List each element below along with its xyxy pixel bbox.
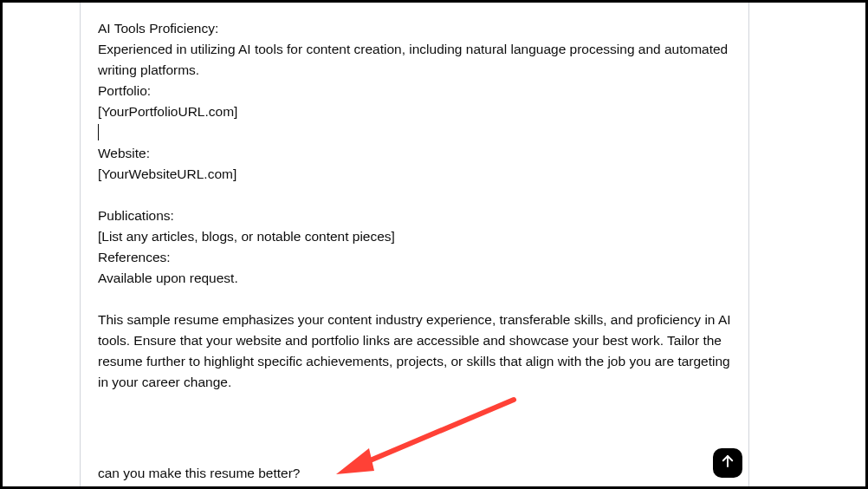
send-button[interactable] xyxy=(713,448,742,478)
message-line: Website: xyxy=(98,143,731,164)
message-line: Portfolio: xyxy=(98,81,731,101)
app-frame: AI Tools Proficiency: Experienced in uti… xyxy=(0,0,868,489)
message-line: Publications: xyxy=(98,205,731,226)
message-line: [YourPortfolioURL.com] xyxy=(98,101,731,122)
text-cursor xyxy=(98,122,731,143)
message-line: References: xyxy=(98,247,731,268)
chat-panel: AI Tools Proficiency: Experienced in uti… xyxy=(80,3,749,486)
message-line: Available upon request. xyxy=(98,268,731,289)
message-line: AI Tools Proficiency: xyxy=(98,18,731,39)
message-line: Experienced in utilizing AI tools for co… xyxy=(98,39,731,81)
message-closing: This sample resume emphasizes your conte… xyxy=(98,310,731,393)
user-input-text[interactable]: can you make this resume better? xyxy=(98,466,300,481)
blank-line xyxy=(98,289,731,310)
arrow-up-icon xyxy=(720,453,735,473)
blank-line xyxy=(98,185,731,205)
message-line: [YourWebsiteURL.com] xyxy=(98,164,731,185)
message-line: [List any articles, blogs, or notable co… xyxy=(98,226,731,247)
assistant-message: AI Tools Proficiency: Experienced in uti… xyxy=(98,18,731,393)
